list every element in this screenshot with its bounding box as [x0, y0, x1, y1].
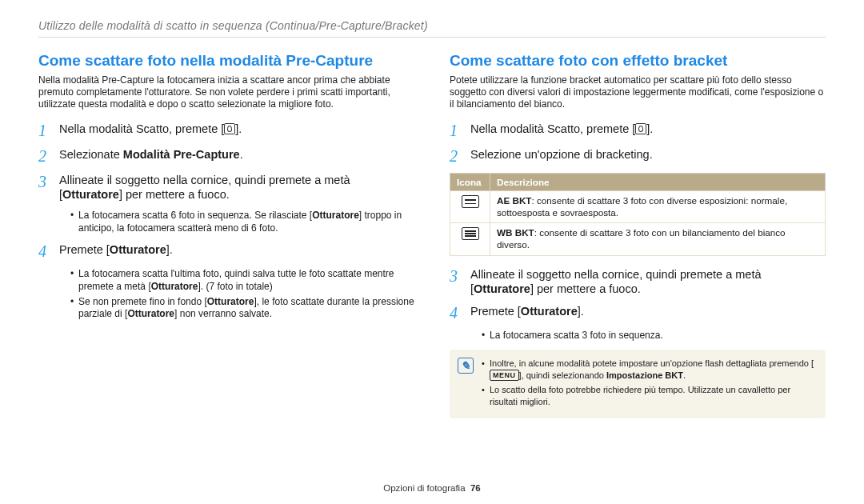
intro-text: Potete utilizzare la funzione bracket au… — [450, 74, 826, 110]
emphasis: Otturatore — [521, 305, 578, 318]
page-number: 76 — [470, 483, 481, 493]
step-text: Premete [Otturatore]. — [59, 242, 414, 260]
text: ] per mettere a fuoco. — [530, 282, 641, 295]
step-text: Selezione un'opzione di bracketing. — [470, 147, 826, 165]
bullet-item: Se non premete fino in fondo [Otturatore… — [70, 296, 414, 321]
text: : consente di scattare 3 foto con un bil… — [497, 227, 786, 250]
text: . — [240, 148, 243, 161]
note-icon-wrap: ✎ — [458, 358, 474, 410]
divider — [38, 37, 826, 38]
step-number: 4 — [38, 242, 59, 260]
ae-bkt-icon — [462, 195, 479, 208]
text: ] non verranno salvate. — [174, 308, 272, 319]
text: ]. — [235, 122, 242, 135]
icon-cell — [450, 223, 490, 255]
step-2: 2 Selezione un'opzione di bracketing. — [450, 147, 826, 165]
note-box: ✎ Inoltre, in alcune modalità potete imp… — [450, 350, 826, 418]
emphasis: Otturatore — [312, 210, 359, 221]
camera-manual-page: { "header": { "breadcrumb": "Utilizzo de… — [0, 0, 864, 504]
text: . — [683, 370, 686, 380]
note-item: Inoltre, in alcune modalità potete impos… — [482, 358, 818, 382]
text: ]. (7 foto in totale) — [198, 281, 272, 292]
text: ], quindi selezionando — [519, 370, 606, 380]
description-cell: AE BKT: consente di scattare 3 foto con … — [490, 191, 826, 223]
emphasis: Otturatore — [474, 282, 530, 295]
sequence-mode-icon — [635, 123, 646, 134]
text: ]. — [646, 122, 653, 135]
text: Premete [ — [59, 243, 110, 256]
step-number: 4 — [450, 304, 470, 322]
emphasis: WB BKT — [497, 227, 534, 238]
emphasis: AE BKT — [497, 195, 532, 206]
text: ]. — [166, 243, 173, 256]
step-number: 2 — [450, 147, 470, 165]
emphasis: Otturatore — [110, 243, 166, 256]
bullet-item: La fotocamera scatta l'ultima foto, quin… — [70, 268, 414, 293]
intro-text: Nella modalità Pre-Capture la fotocamera… — [38, 74, 414, 110]
step-number: 1 — [38, 122, 59, 139]
emphasis: Impostazione BKT — [606, 370, 683, 380]
step-3: 3 Allineate il soggetto nella cornice, q… — [450, 267, 826, 296]
bullet-item: La fotocamera scatta 6 foto in sequenza.… — [70, 210, 414, 234]
step-1: 1 Nella modalità Scatto, premete []. — [38, 122, 414, 139]
step-number: 2 — [38, 147, 59, 165]
sequence-mode-icon — [224, 123, 235, 134]
footer-section: Opzioni di fotografia — [383, 483, 465, 493]
step-text: Premete [Otturatore]. — [470, 304, 826, 322]
right-column: Come scattare foto con effetto bracket P… — [450, 52, 826, 418]
icon-cell — [450, 191, 490, 223]
step-text: Allineate il soggetto nella cornice, qui… — [59, 173, 414, 202]
text: Se non premete fino in fondo [ — [78, 296, 207, 307]
step-4: 4 Premete [Otturatore]. — [38, 242, 414, 260]
text: La fotocamera scatta 6 foto in sequenza.… — [78, 210, 312, 221]
page-footer: Opzioni di fotografia 76 — [0, 483, 864, 493]
step-3: 3 Allineate il soggetto nella cornice, q… — [38, 173, 414, 202]
sub-bullets: La fotocamera scatta l'ultima foto, quin… — [70, 268, 414, 320]
step-text: Selezionate Modalità Pre-Capture. — [59, 147, 414, 165]
table-row: WB BKT: consente di scattare 3 foto con … — [450, 223, 826, 255]
step-text: Allineate il soggetto nella cornice, qui… — [470, 267, 826, 296]
section-title-bracket: Come scattare foto con effetto bracket — [450, 52, 826, 70]
step-2: 2 Selezionate Modalità Pre-Capture. — [38, 147, 414, 165]
step-1: 1 Nella modalità Scatto, premete []. — [450, 122, 826, 139]
table-header-description: Descrizione — [490, 174, 826, 191]
sub-bullets: La fotocamera scatta 6 foto in sequenza.… — [70, 210, 414, 234]
note-icon: ✎ — [458, 358, 474, 374]
text: Premete [ — [470, 305, 521, 318]
description-cell: WB BKT: consente di scattare 3 foto con … — [490, 223, 826, 255]
section-title-precapture: Come scattare foto nella modalità Pre-Ca… — [38, 52, 414, 70]
emphasis: Otturatore — [62, 188, 119, 201]
step-text: Nella modalità Scatto, premete []. — [59, 122, 414, 139]
two-column-layout: Come scattare foto nella modalità Pre-Ca… — [38, 52, 826, 418]
text: Nella modalità Scatto, premete [ — [470, 122, 635, 135]
step-number: 3 — [38, 173, 59, 202]
left-column: Come scattare foto nella modalità Pre-Ca… — [38, 52, 414, 418]
text: ] per mettere a fuoco. — [119, 188, 230, 201]
breadcrumb: Utilizzo delle modalità di scatto in seq… — [38, 19, 826, 32]
text: ]. — [578, 305, 584, 318]
step-number: 3 — [450, 267, 470, 296]
emphasis: Modalità Pre-Capture — [123, 148, 240, 161]
text: Nella modalità Scatto, premete [ — [59, 122, 224, 135]
emphasis: Otturatore — [207, 296, 254, 307]
emphasis: Otturatore — [151, 281, 198, 292]
note-item: Lo scatto della foto potrebbe richiedere… — [482, 384, 818, 408]
step-number: 1 — [450, 122, 470, 139]
bullet-item: La fotocamera scatta 3 foto in sequenza. — [482, 330, 826, 342]
sub-bullets: La fotocamera scatta 3 foto in sequenza. — [482, 330, 826, 342]
table-row: AE BKT: consente di scattare 3 foto con … — [450, 191, 826, 223]
table-header-icon: Icona — [450, 174, 490, 191]
emphasis: Otturatore — [127, 308, 174, 319]
note-list: Inoltre, in alcune modalità potete impos… — [482, 358, 818, 410]
step-text: Nella modalità Scatto, premete []. — [470, 122, 826, 139]
wb-bkt-icon — [462, 227, 479, 240]
text: Inoltre, in alcune modalità potete impos… — [490, 358, 814, 368]
text: : consente di scattare 3 foto con divers… — [497, 195, 787, 218]
text: Selezionate — [59, 148, 123, 161]
bracket-options-table: Icona Descrizione AE BKT: consente di sc… — [450, 173, 826, 256]
menu-button-icon: MENU — [490, 370, 519, 381]
step-4: 4 Premete [Otturatore]. — [450, 304, 826, 322]
